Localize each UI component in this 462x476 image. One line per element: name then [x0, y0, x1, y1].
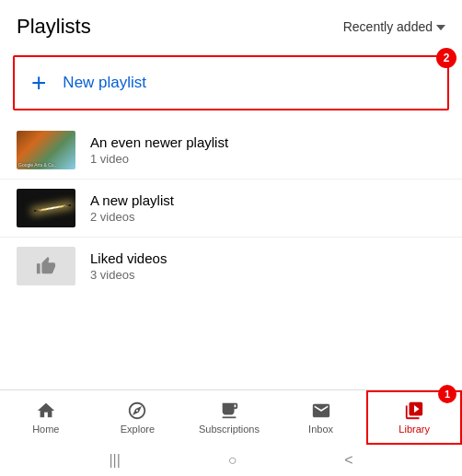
playlist-thumbnail	[17, 189, 75, 227]
playlist-count: 1 video	[90, 152, 228, 166]
playlist-count: 3 videos	[90, 268, 167, 282]
sort-button[interactable]: Recently added	[343, 19, 445, 34]
chevron-down-icon	[436, 25, 445, 30]
nav-label-library: Library	[398, 424, 430, 435]
playlist-name: Liked videos	[90, 250, 167, 266]
playlist-name: A new playlist	[90, 192, 174, 208]
back-button[interactable]: <	[344, 452, 352, 469]
playlist-info: An even newer playlist 1 video	[90, 134, 228, 166]
sort-label: Recently added	[343, 19, 433, 34]
playlist-thumbnail	[17, 131, 75, 169]
nav-item-home[interactable]: Home	[0, 390, 92, 445]
list-item[interactable]: An even newer playlist 1 video	[0, 122, 462, 179]
system-bar: ||| ○ <	[0, 445, 462, 476]
nav-label-home: Home	[32, 424, 59, 435]
inbox-icon	[311, 401, 331, 421]
header: Playlists Recently added	[0, 0, 462, 48]
new-playlist-label: New playlist	[63, 74, 146, 92]
playlist-count: 2 videos	[90, 210, 174, 224]
playlist-list: An even newer playlist 1 video A new pla…	[0, 118, 462, 389]
nav-item-library[interactable]: 1 Library	[366, 390, 462, 445]
app-container: Playlists Recently added + New playlist …	[0, 0, 462, 476]
list-item[interactable]: Liked videos 3 videos	[0, 238, 462, 295]
menu-button[interactable]: |||	[109, 452, 120, 469]
home-button[interactable]: ○	[228, 452, 237, 469]
nav-item-inbox[interactable]: Inbox	[275, 390, 367, 445]
library-badge: 1	[438, 385, 456, 403]
playlist-name: An even newer playlist	[90, 134, 228, 150]
plus-icon: +	[31, 70, 46, 96]
new-playlist-badge: 2	[436, 48, 456, 68]
home-icon	[36, 401, 56, 421]
playlist-info: Liked videos 3 videos	[90, 250, 167, 282]
playlist-info: A new playlist 2 videos	[90, 192, 174, 224]
list-item[interactable]: A new playlist 2 videos	[0, 180, 462, 237]
library-icon	[404, 401, 424, 421]
nav-label-subscriptions: Subscriptions	[199, 424, 260, 435]
nav-label-explore: Explore	[121, 424, 155, 435]
subscriptions-icon	[219, 401, 239, 421]
bottom-nav: Home Explore Subscriptions Inbox 1	[0, 389, 462, 445]
nav-item-explore[interactable]: Explore	[92, 390, 184, 445]
explore-icon	[127, 401, 147, 421]
page-title: Playlists	[17, 15, 91, 39]
new-playlist-button[interactable]: + New playlist 2	[13, 55, 449, 110]
nav-label-inbox: Inbox	[308, 424, 333, 435]
playlist-thumbnail	[17, 247, 75, 285]
thumbs-up-icon	[36, 256, 56, 276]
nav-item-subscriptions[interactable]: Subscriptions	[183, 390, 275, 445]
